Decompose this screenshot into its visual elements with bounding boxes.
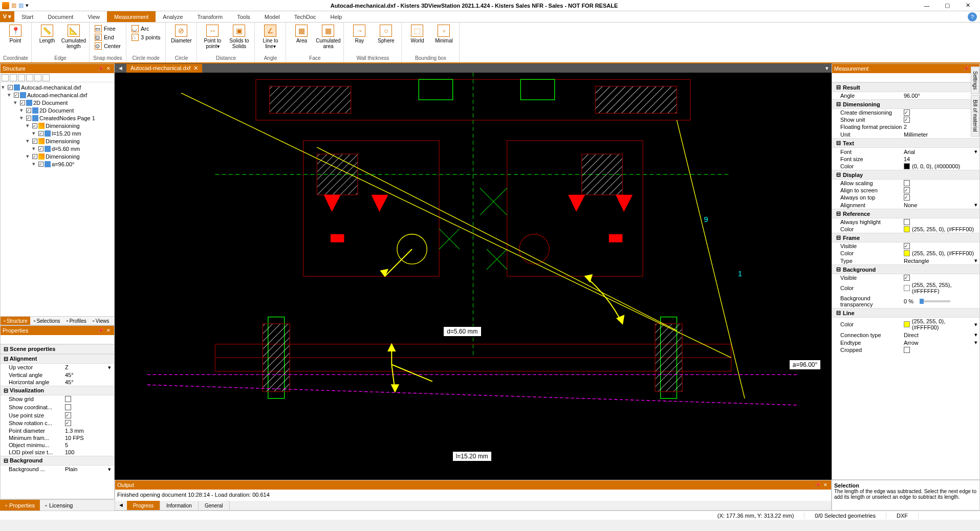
meas-row[interactable]: Color (255, 255, 0), (#FFFF00) <box>832 250 979 257</box>
ribbon-ray[interactable]: →Ray <box>347 24 372 43</box>
close-icon[interactable]: ✕ <box>105 65 112 72</box>
expand-all-button[interactable] <box>2 74 9 81</box>
prop-row[interactable]: Minimum fram...10 FPS <box>1 434 114 441</box>
tree-node[interactable]: ▾l=15.20 mm <box>2 129 113 137</box>
scroll-left-icon[interactable]: ◄ <box>115 501 127 510</box>
prop-row[interactable]: Show coordinat... <box>1 404 114 412</box>
tree-view[interactable]: ▾Autocad-mechanical.dxf▾Autocad-mechanic… <box>1 82 114 316</box>
minimize-button[interactable]: — <box>920 2 934 10</box>
meas-row[interactable]: Allow scaling <box>832 180 979 187</box>
menu-document[interactable]: Document <box>40 11 80 22</box>
tab-selections[interactable]: ▫Selections <box>30 317 63 325</box>
meas-section[interactable]: ⊟ Background <box>832 264 979 274</box>
prop-row[interactable]: Up vectorZ ▾ <box>1 364 114 371</box>
meas-row[interactable]: Visible <box>832 274 979 281</box>
close-tab-icon[interactable]: ✕ <box>193 65 198 72</box>
menu-model[interactable]: Model <box>257 11 287 22</box>
meas-section[interactable]: ⊟ Result <box>832 82 979 92</box>
measurement-grid[interactable]: ⊟ ResultAngle96.00°⊟ DimensioningCreate … <box>832 82 979 479</box>
dimension-label[interactable]: l=15.20 mm <box>452 451 492 461</box>
tree-node[interactable]: ▾d=5.60 mm <box>2 145 113 152</box>
help-button[interactable]: ? <box>968 12 977 21</box>
menu-transform[interactable]: Transform <box>190 11 230 22</box>
meas-row[interactable]: Floating format precision2 <box>832 123 979 130</box>
meas-row[interactable]: TypeRectangle ▾ <box>832 257 979 264</box>
meas-row[interactable]: Color (255, 255, 0), (#FFFF00) <box>832 226 979 233</box>
tree-node[interactable]: ▾Dimensioning <box>2 122 113 129</box>
meas-section[interactable]: ⊟ Display <box>832 170 979 180</box>
meas-section[interactable]: ⊟ Text <box>832 138 979 148</box>
side-tab-bill-of-material[interactable]: Bill of material <box>971 95 979 137</box>
ribbon-cumulated-length[interactable]: 📐Cumulated length <box>61 24 86 49</box>
tab-scroll-left[interactable]: ◄ <box>115 65 126 71</box>
ribbon-area[interactable]: ▦Area <box>289 24 314 43</box>
meas-row[interactable]: Cropped <box>832 346 979 353</box>
prop-section[interactable]: ⊟ Scene properties <box>1 344 114 354</box>
close-icon[interactable]: ✕ <box>822 481 829 489</box>
ribbon-free[interactable]: ▭Free <box>93 25 123 33</box>
viewport[interactable]: 9 1 d=5.60 mml=15.20 mma=96.00° <box>115 73 832 480</box>
tab-licensing[interactable]: ▫Licensing <box>40 500 78 511</box>
property-grid[interactable]: ⊟ Scene properties⊟ AlignmentUp vectorZ … <box>1 344 114 499</box>
close-button[interactable]: ✕ <box>961 2 975 10</box>
tree-node[interactable]: ▾a=96.00° <box>2 160 113 168</box>
meas-section[interactable]: ⊟ Line <box>832 308 979 318</box>
meas-row[interactable]: AlignmentNone ▾ <box>832 201 979 209</box>
prop-row[interactable]: LOD pixel size t...100 <box>1 449 114 456</box>
menu-tools[interactable]: Tools <box>230 11 257 22</box>
prop-row[interactable]: Background ...Plain ▾ <box>1 466 114 473</box>
prop-row[interactable]: Object minimu...5 <box>1 441 114 449</box>
meas-section[interactable]: ⊟ Dimensioning <box>832 99 979 109</box>
menu-help[interactable]: Help <box>323 11 350 22</box>
menu-measurement[interactable]: Measurement <box>107 11 156 22</box>
tree-btn[interactable] <box>26 74 33 81</box>
prop-section[interactable]: ⊟ Visualization <box>1 386 114 395</box>
prop-row[interactable]: Vertical angle45° <box>1 371 114 379</box>
meas-row[interactable]: Color (255, 255, 0), (#FFFF00) ▾ <box>832 318 979 331</box>
tree-node[interactable]: ▾Dimensioning <box>2 152 113 160</box>
dimension-label[interactable]: a=96.00° <box>789 360 821 370</box>
tree-btn[interactable] <box>42 74 50 81</box>
qa-icon[interactable]: ▥ <box>11 2 16 9</box>
tab-views[interactable]: ▫Views <box>90 317 112 325</box>
ribbon-diameter[interactable]: ⊘Diameter <box>169 24 193 43</box>
side-tab-settings[interactable]: Settings <box>971 67 979 94</box>
meas-row[interactable]: Align to screen <box>832 187 979 194</box>
meas-section[interactable]: ⊟ Reference <box>832 209 979 218</box>
ribbon-solids-to-solids[interactable]: ▣Solids to Solids <box>227 24 251 49</box>
ribbon-point[interactable]: 📍Point <box>3 24 28 43</box>
prop-row[interactable]: Point diameter1.3 mm <box>1 427 114 434</box>
tree-btn[interactable] <box>18 74 25 81</box>
ribbon-center[interactable]: ⊙Center <box>93 42 123 50</box>
meas-row[interactable]: Background transparency0 % <box>832 295 979 308</box>
meas-section[interactable]: ⊟ Frame <box>832 233 979 242</box>
ribbon-arc[interactable]: ◡Arc <box>129 25 163 33</box>
prop-section[interactable]: ⊟ Alignment <box>1 354 114 364</box>
prop-section[interactable]: ⊟ Background <box>1 456 114 466</box>
close-icon[interactable]: ✕ <box>105 327 112 334</box>
output-tab-general[interactable]: General <box>199 501 230 510</box>
tab-structure[interactable]: ▫Structure <box>1 317 30 325</box>
ribbon-length[interactable]: 📏Length <box>35 24 59 43</box>
ribbon-end[interactable]: ⊡End <box>93 33 123 41</box>
ribbon-3-points[interactable]: ∴3 points <box>129 33 163 41</box>
output-tab-information[interactable]: Information <box>160 501 199 510</box>
meas-row[interactable]: Font size14 <box>832 156 979 163</box>
meas-row[interactable]: Show unit <box>832 116 979 123</box>
app-menu-button[interactable]: V ▾ <box>0 11 14 22</box>
menu-view[interactable]: View <box>80 11 107 22</box>
meas-row[interactable]: Always on top <box>832 194 979 201</box>
tree-node[interactable]: ▾2D Document <box>2 99 113 106</box>
prop-row[interactable]: Use point size <box>1 412 114 419</box>
maximize-button[interactable]: ▢ <box>940 2 954 10</box>
document-tab[interactable]: Autocad-mechanical.dxf ✕ <box>126 64 202 73</box>
menu-start[interactable]: Start <box>14 11 40 22</box>
tree-node[interactable]: ▾CreatedNodes Page 1 <box>2 114 113 122</box>
ribbon-point-to-point[interactable]: ↔Point to point▾ <box>200 24 225 49</box>
meas-row[interactable]: Connection typeDirect ▾ <box>832 331 979 339</box>
pin-icon[interactable]: 📌 <box>97 327 104 334</box>
pin-icon[interactable]: 📌 <box>962 65 969 72</box>
tree-node[interactable]: ▾Autocad-mechanical.dxf <box>2 91 113 99</box>
tree-node[interactable]: ▾Autocad-mechanical.dxf <box>2 83 113 91</box>
menu-techdoc[interactable]: TechDoc <box>287 11 323 22</box>
